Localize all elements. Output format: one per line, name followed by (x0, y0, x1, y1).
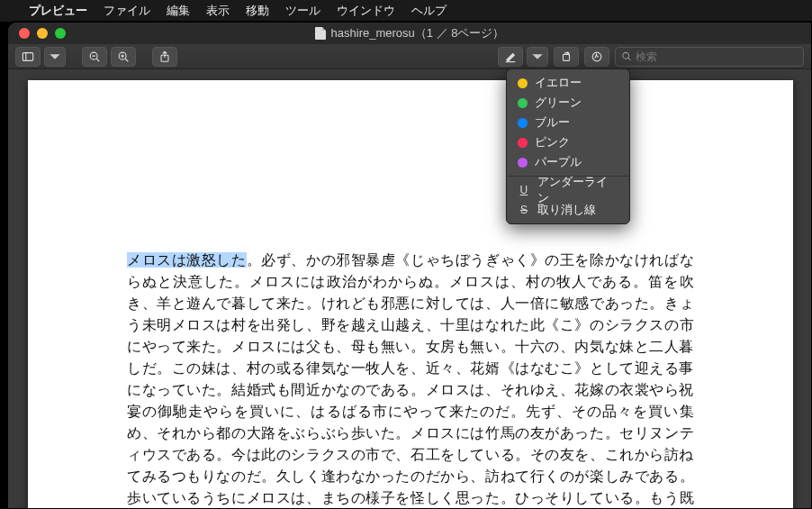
underline-icon: U (518, 184, 530, 196)
zoom-in-button[interactable] (111, 47, 136, 67)
zoom-window-button[interactable] (55, 28, 66, 39)
svg-line-6 (125, 59, 128, 61)
green-dot-icon (518, 98, 528, 108)
highlight-menu-chevron[interactable] (527, 47, 548, 67)
document-area[interactable]: メロスは激怒した。必ず、かの邪智暴虐《じゃちぼうぎゃく》の王を除かなければならぬ… (8, 69, 811, 508)
document-text-rest: 。必ず、かの邪智暴虐《じゃちぼうぎゃく》の王を除かなければならぬと決意した。メロ… (127, 252, 694, 508)
menu-file[interactable]: ファイル (104, 3, 150, 19)
document-body-text[interactable]: メロスは激怒した。必ず、かの邪智暴虐《じゃちぼうぎゃく》の王を除かなければならぬ… (127, 250, 694, 508)
svg-line-3 (96, 59, 99, 61)
svg-point-14 (623, 52, 629, 59)
traffic-lights (8, 28, 66, 39)
dd-label: イエロー (535, 75, 582, 91)
dd-label: ピンク (535, 134, 570, 150)
dd-label: パープル (535, 154, 582, 170)
blue-dot-icon (518, 118, 528, 128)
highlight-color-purple[interactable]: パープル (507, 152, 629, 172)
highlight-color-yellow[interactable]: イエロー (507, 73, 629, 93)
share-button[interactable] (152, 47, 177, 67)
pink-dot-icon (518, 138, 528, 148)
close-window-button[interactable] (19, 28, 30, 39)
zoom-out-button[interactable] (82, 47, 107, 67)
minimize-window-button[interactable] (37, 28, 48, 39)
menu-go[interactable]: 移動 (246, 3, 269, 19)
highlight-color-blue[interactable]: ブルー (507, 113, 629, 132)
highlight-color-pink[interactable]: ピンク (507, 132, 629, 152)
markup-button[interactable] (584, 47, 609, 67)
sidebar-menu-chevron[interactable] (44, 47, 66, 67)
search-icon (621, 50, 632, 62)
titlebar: hashire_merosu（1 ／ 8ページ） (8, 23, 811, 44)
document-icon (315, 27, 326, 40)
menu-edit[interactable]: 編集 (167, 3, 190, 19)
highlight-underline[interactable]: Uアンダーライン (507, 180, 629, 200)
dd-label: グリーン (535, 95, 582, 111)
rotate-button[interactable] (554, 47, 579, 67)
macos-menubar: プレビュー ファイル 編集 表示 移動 ツール ウインドウ ヘルプ (0, 0, 812, 22)
menu-help[interactable]: ヘルプ (411, 3, 447, 19)
preview-window: hashire_merosu（1 ／ 8ページ） (7, 22, 812, 509)
svg-line-15 (628, 58, 631, 60)
highlight-button[interactable] (498, 47, 523, 67)
search-field[interactable] (615, 47, 804, 67)
sidebar-toggle-button[interactable] (15, 47, 41, 67)
app-menu[interactable]: プレビュー (29, 3, 87, 19)
toolbar (8, 44, 811, 69)
search-input[interactable] (636, 50, 798, 63)
menu-view[interactable]: 表示 (206, 3, 230, 19)
dd-label: ブルー (535, 114, 570, 131)
window-title: hashire_merosu（1 ／ 8ページ） (331, 25, 505, 41)
highlight-color-green[interactable]: グリーン (507, 93, 629, 113)
svg-rect-12 (564, 54, 570, 60)
dd-label: 取り消し線 (537, 202, 596, 218)
highlight-dropdown: イエロー グリーン ブルー ピンク パープル Uアンダーライン S取り消し線 (506, 68, 630, 224)
strikethrough-icon: S (518, 204, 530, 216)
menu-tools[interactable]: ツール (285, 3, 320, 19)
menu-window[interactable]: ウインドウ (337, 3, 395, 19)
yellow-dot-icon (518, 78, 528, 88)
svg-rect-0 (23, 52, 32, 60)
document-page: メロスは激怒した。必ず、かの邪智暴虐《じゃちぼうぎゃく》の王を除かなければならぬ… (28, 80, 793, 508)
purple-dot-icon (518, 158, 528, 168)
text-selection[interactable]: メロスは激怒した (127, 252, 247, 268)
